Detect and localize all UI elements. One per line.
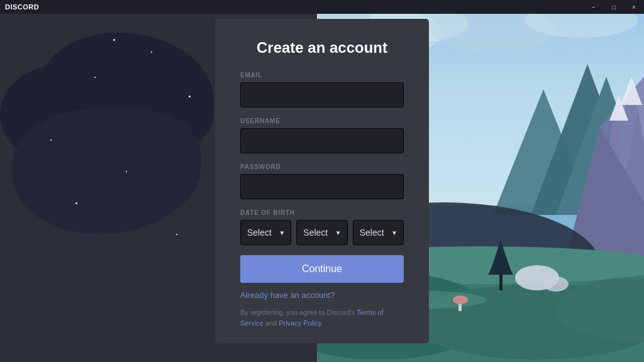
password-input[interactable] — [240, 174, 404, 199]
email-input[interactable] — [240, 82, 404, 107]
registration-modal: Create an account EMAIL USERNAME PASSWOR… — [215, 19, 429, 343]
window-controls: − □ × — [584, 0, 644, 14]
year-select-wrapper: Select 202620252024202320222021202020192… — [353, 220, 404, 245]
year-select[interactable]: Select 202620252024202320222021202020192… — [353, 220, 404, 245]
minimize-button[interactable]: − — [584, 0, 604, 14]
dob-row: Select January February March April May … — [240, 220, 404, 245]
day-select-wrapper: Select 123456789101112131415161718192021… — [296, 220, 347, 245]
tos-text: By registering, you agree to Discord's T… — [240, 307, 404, 328]
email-group: EMAIL — [240, 72, 404, 107]
month-select-wrapper: Select January February March April May … — [240, 220, 291, 245]
day-select[interactable]: Select 123456789101112131415161718192021… — [296, 220, 347, 245]
password-group: PASSWORD — [240, 163, 404, 199]
dob-group: DATE OF BIRTH Select January February Ma… — [240, 209, 404, 245]
app-title: DISCORD — [0, 3, 39, 11]
maximize-button[interactable]: □ — [604, 0, 624, 14]
username-group: USERNAME — [240, 118, 404, 153]
month-select[interactable]: Select January February March April May … — [240, 220, 291, 245]
username-label: USERNAME — [240, 118, 404, 124]
login-link[interactable]: Already have an account? — [240, 290, 404, 300]
username-input[interactable] — [240, 128, 404, 153]
dob-label: DATE OF BIRTH — [240, 209, 404, 216]
privacy-link[interactable]: Privacy Policy — [279, 319, 321, 327]
password-label: PASSWORD — [240, 163, 404, 170]
titlebar: DISCORD − □ × — [0, 0, 644, 14]
continue-button[interactable]: Continue — [240, 255, 404, 283]
modal-title: Create an account — [240, 39, 404, 57]
email-label: EMAIL — [240, 72, 404, 79]
close-button[interactable]: × — [624, 0, 644, 14]
modal-overlay: Create an account EMAIL USERNAME PASSWOR… — [0, 0, 644, 362]
